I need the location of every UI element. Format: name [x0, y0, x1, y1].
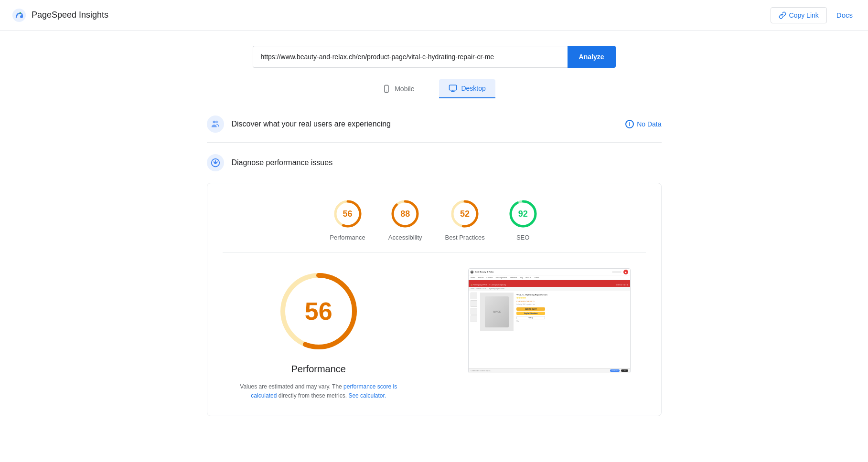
section-divider — [434, 268, 434, 400]
docs-link[interactable]: Docs — [833, 7, 857, 23]
score-note-main: Values are estimated and may vary. The — [240, 383, 343, 390]
real-users-title-group: Discover what your real users are experi… — [207, 116, 391, 133]
score-item-best-practices[interactable]: 52 Best Practices — [445, 199, 485, 241]
score-note-cont: directly from these metrics. — [279, 392, 349, 399]
real-users-section: Discover what your real users are experi… — [207, 106, 662, 143]
speedometer-icon — [210, 158, 221, 168]
large-score-section: 56 Performance Values are estimated and … — [223, 268, 646, 400]
accessibility-score: 88 — [400, 209, 410, 219]
diagnose-icon — [207, 154, 224, 171]
diagnose-section: Diagnose performance issues 56 Performan… — [207, 143, 662, 428]
website-screenshot: B Botti Beauty & Relax ▶ Brands — [468, 268, 631, 373]
performance-circle: 56 — [332, 199, 363, 229]
desktop-icon — [449, 84, 457, 93]
pagespeed-logo — [11, 8, 27, 23]
large-score-right: B Botti Beauty & Relax ▶ Brands — [453, 268, 646, 373]
mobile-icon — [382, 84, 391, 93]
calculator-link[interactable]: See calculator. — [348, 392, 386, 399]
best-practices-label: Best Practices — [445, 234, 485, 241]
desktop-tab-label: Desktop — [461, 84, 485, 92]
real-users-title: Discover what your real users are experi… — [232, 120, 391, 128]
diagnose-title: Diagnose performance issues — [232, 158, 333, 167]
search-bar: Analyze — [253, 46, 616, 68]
svg-rect-4 — [450, 85, 457, 90]
mobile-tab-label: Mobile — [395, 85, 414, 93]
tab-mobile[interactable]: Mobile — [373, 79, 424, 98]
score-card: 56 Performance 88 Accessibility — [207, 183, 662, 416]
large-score-left: 56 Performance Values are estimated and … — [223, 268, 415, 400]
large-performance-title: Performance — [291, 364, 346, 375]
svg-point-3 — [386, 91, 387, 92]
copy-link-button[interactable]: Copy Link — [771, 7, 827, 23]
diagnose-header: Diagnose performance issues — [207, 154, 662, 171]
main-content: Discover what your real users are experi… — [195, 106, 673, 428]
link-icon — [779, 11, 786, 19]
score-item-seo[interactable]: 92 SEO — [508, 199, 538, 241]
website-mock: B Botti Beauty & Relax ▶ Brands — [469, 269, 630, 373]
score-note: Values are estimated and may vary. The p… — [237, 382, 400, 400]
best-practices-score: 52 — [460, 209, 470, 219]
svg-point-5 — [213, 121, 215, 123]
svg-point-0 — [12, 9, 26, 22]
scores-row: 56 Performance 88 Accessibility — [223, 199, 646, 253]
svg-point-1 — [20, 15, 23, 18]
performance-label: Performance — [330, 234, 365, 241]
accessibility-circle: 88 — [390, 199, 420, 229]
seo-label: SEO — [516, 234, 529, 241]
app-title: PageSpeed Insights — [32, 10, 108, 20]
analyze-button[interactable]: Analyze — [568, 46, 616, 68]
app-header: PageSpeed Insights Copy Link Docs — [0, 0, 868, 31]
url-input[interactable] — [253, 46, 568, 68]
score-item-performance[interactable]: 56 Performance — [330, 199, 365, 241]
real-users-icon — [207, 116, 224, 133]
score-item-accessibility[interactable]: 88 Accessibility — [388, 199, 422, 241]
tab-desktop[interactable]: Desktop — [439, 79, 495, 98]
performance-score: 56 — [343, 209, 353, 219]
large-performance-circle: 56 — [276, 268, 362, 354]
mode-tabs: Mobile Desktop — [0, 79, 868, 106]
logo-area: PageSpeed Insights — [11, 8, 108, 23]
seo-circle: 92 — [508, 199, 538, 229]
large-performance-score: 56 — [305, 297, 332, 326]
users-icon — [210, 119, 221, 129]
search-section: Analyze — [0, 31, 868, 79]
seo-score: 92 — [518, 209, 528, 219]
no-data-badge[interactable]: i No Data — [625, 120, 661, 128]
info-icon: i — [625, 120, 634, 128]
svg-point-6 — [215, 121, 218, 123]
best-practices-circle: 52 — [450, 199, 480, 229]
copy-link-label: Copy Link — [789, 11, 819, 19]
no-data-label: No Data — [637, 120, 661, 128]
header-actions: Copy Link Docs — [771, 7, 857, 23]
accessibility-label: Accessibility — [388, 234, 422, 241]
